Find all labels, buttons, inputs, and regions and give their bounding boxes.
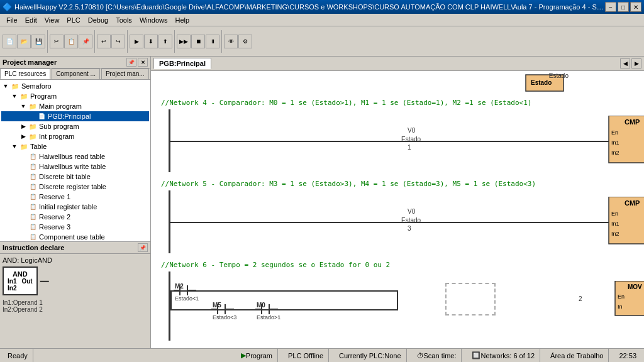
- pm-tab-plc-resources[interactable]: PLC resources: [0, 69, 50, 79]
- tree-node-sub-program[interactable]: ▶📁Sub program: [1, 121, 149, 131]
- cut-button[interactable]: ✂: [50, 35, 64, 48]
- save-button[interactable]: 💾: [31, 35, 45, 48]
- tree-expander: ▼: [19, 103, 28, 109]
- status-scan-time: ⏱ Scan time:: [412, 349, 462, 362]
- menu-help[interactable]: Help: [172, 15, 194, 25]
- stop-button[interactable]: ⏹: [191, 35, 205, 48]
- tree-node-label: Discrete bit table: [39, 173, 91, 180]
- tree-node-discrete-bit-table[interactable]: 📋Discrete bit table: [1, 172, 149, 182]
- tree-node-program[interactable]: ▼📁Program: [1, 91, 149, 101]
- redo-button[interactable]: ↪: [111, 35, 125, 48]
- maximize-button[interactable]: □: [618, 2, 629, 12]
- svg-text:En: En: [618, 293, 625, 300]
- tree-node-main-program[interactable]: ▼📁Main program: [1, 101, 149, 111]
- paste-button[interactable]: 📌: [79, 35, 92, 48]
- tree-node-label: Sub program: [39, 123, 79, 130]
- tree-node-label: Main program: [39, 102, 82, 110]
- instr-declare-pin-button[interactable]: 📌: [138, 243, 148, 252]
- menu-edit[interactable]: Edit: [21, 15, 41, 25]
- instruction-declare-panel: Instruction declare 📌 AND: LogicAND AND …: [0, 241, 150, 348]
- network-6-dashed-box: [445, 283, 496, 315]
- download-button[interactable]: ⬇: [144, 35, 158, 48]
- svg-text:Estado: Estado: [531, 79, 552, 86]
- status-currently: Currently PLC:None: [334, 349, 406, 362]
- tree-node-discrete-register-table[interactable]: 📋Discrete register table: [1, 182, 149, 192]
- network-4-canvas: V0 Estado 1 CMP En In1 In2 M0 Estado>1 M…: [156, 109, 639, 172]
- new-button[interactable]: 📄: [3, 35, 16, 48]
- network-6-area: //Network 6 - Tempo = 2 segundos se o Es…: [151, 256, 644, 343]
- tree-node-pgb:principal[interactable]: 📄PGB:Principal: [1, 111, 149, 121]
- currently-text: Currently PLC:None: [339, 352, 401, 359]
- tree-node-label: Haiwellbus write table: [39, 163, 106, 170]
- network-5-area: //Network 5 - Comparador: M3 = 1 se (Est…: [151, 175, 644, 256]
- tree-node-table[interactable]: ▼📁Table: [1, 141, 149, 151]
- tree-node-reserve-3[interactable]: 📋Reserve 3: [1, 222, 149, 232]
- network-5-cmp-svg: CMP En In1 In2 M3 Estado>3 M4 Estado=3 M…: [590, 197, 644, 247]
- tree-node-label: Program: [30, 92, 57, 100]
- table-icon: 📋: [28, 192, 38, 201]
- pm-close-button[interactable]: ✕: [138, 58, 148, 67]
- tree-node-label: Discrete register table: [39, 183, 106, 190]
- menu-plc[interactable]: PLC: [63, 15, 84, 25]
- copy-button[interactable]: 📋: [64, 35, 78, 48]
- editor-tab-pgb[interactable]: PGB:Principal: [153, 58, 211, 69]
- network-5-hline: [170, 222, 623, 223]
- table-icon: 📋: [28, 202, 38, 211]
- table-icon: 📋: [28, 182, 38, 191]
- network-6-vert-left: [170, 290, 172, 310]
- settings-button[interactable]: ⚙: [238, 35, 252, 48]
- network-6-estado-lt1-label: Estado<1: [175, 295, 199, 302]
- tree-expander: ▼: [10, 93, 19, 99]
- pm-tab-component[interactable]: Component ...: [52, 69, 100, 79]
- pm-tab-project[interactable]: Project man...: [101, 69, 149, 79]
- folder-icon: 📁: [19, 142, 29, 151]
- close-button[interactable]: ✕: [630, 2, 641, 12]
- tree-node-reserve-2[interactable]: 📋Reserve 2: [1, 212, 149, 222]
- tree-node-component-use-table[interactable]: 📋Component use table: [1, 232, 149, 241]
- open-button[interactable]: 📂: [17, 35, 31, 48]
- network-6-canvas: M2 Estado<1 M5: [156, 272, 639, 341]
- and-operand1: In1:Operand 1: [3, 299, 148, 306]
- editor-content[interactable]: Estado Estado //Network 4 - Comparador: …: [151, 71, 644, 348]
- network-4-v0-label: V0: [408, 127, 415, 134]
- status-bar: Ready ▶ Program PLC Offline Currently PL…: [0, 348, 644, 362]
- title-bar-text: HaiwellHappy V2.2.5.170810 [C:\Users\Edu…: [12, 3, 605, 11]
- run-button[interactable]: ▶▶: [177, 35, 191, 48]
- pause-button[interactable]: ⏸: [206, 35, 219, 48]
- menu-view[interactable]: View: [41, 15, 64, 25]
- network-4-hline: [170, 141, 623, 142]
- tree-node-label: Int program: [39, 133, 74, 140]
- tree-node-initial-register-table[interactable]: 📋Initial register table: [1, 202, 149, 212]
- status-plc-offline: PLC Offline: [283, 349, 329, 362]
- time-text: 22:53: [619, 352, 636, 359]
- scan-time-icon: ⏱: [417, 352, 424, 359]
- tree-node-label: Table: [30, 143, 47, 150]
- undo-button[interactable]: ↩: [97, 35, 111, 48]
- tree-node-haiwellbus-read-table[interactable]: 📋Haiwellbus read table: [1, 151, 149, 162]
- pm-pin-button[interactable]: 📌: [126, 58, 136, 67]
- editor-scroll-right[interactable]: ▶: [631, 58, 641, 69]
- and-in-pins: In1 In2: [8, 278, 16, 292]
- menu-tools[interactable]: Tools: [112, 15, 136, 25]
- compile-button[interactable]: ▶: [130, 35, 143, 48]
- monitor-button[interactable]: 👁: [224, 35, 238, 48]
- folder-icon: 📁: [28, 132, 38, 141]
- tree-node-haiwellbus-write-table[interactable]: 📋Haiwellbus write table: [1, 162, 149, 172]
- editor-scroll-left[interactable]: ◀: [620, 58, 630, 69]
- toolbar: 📄 📂 💾 ✂ 📋 📌 ↩ ↪ ▶ ⬇ ⬆ ▶▶ ⏹ ⏸ 👁 ⚙: [0, 26, 644, 57]
- table-icon: 📋: [28, 222, 38, 231]
- menu-windows[interactable]: Windows: [136, 15, 172, 25]
- tree-node-int-program[interactable]: ▶📁Int program: [1, 131, 149, 141]
- menu-debug[interactable]: Debug: [84, 15, 112, 25]
- main-area: Project manager 📌 ✕ PLC resources Compon…: [0, 57, 644, 348]
- tree-node-reserve-1[interactable]: 📋Reserve 1: [1, 192, 149, 202]
- minimize-button[interactable]: −: [605, 2, 616, 12]
- project-manager: Project manager 📌 ✕ PLC resources Compon…: [0, 57, 150, 241]
- toolbar-sep3: [127, 30, 128, 53]
- network-4-estado-label: Estado: [401, 136, 421, 143]
- menu-file[interactable]: File: [3, 15, 21, 25]
- tree-node-semaforo[interactable]: ▼📁Semaforo: [1, 81, 149, 91]
- menu-bar: File Edit View PLC Debug Tools Windows H…: [0, 14, 644, 26]
- tree-expander: ▶: [19, 123, 28, 129]
- upload-button[interactable]: ⬆: [158, 35, 172, 48]
